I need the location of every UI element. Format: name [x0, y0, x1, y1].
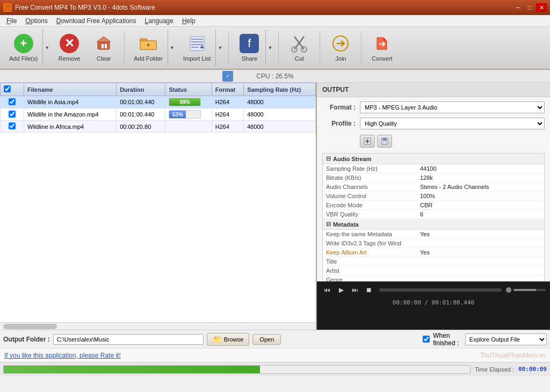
import-list-dropdown-arrow[interactable]: ▼ — [215, 30, 224, 66]
progress-fill-inner — [4, 366, 260, 373]
svg-rect-7 — [191, 41, 203, 42]
join-button[interactable]: Join — [324, 30, 357, 66]
prop-key-channels: Audio Channels — [326, 184, 420, 190]
header-status[interactable]: Status — [165, 83, 212, 96]
cut-button[interactable]: Cut — [283, 30, 315, 66]
format-select[interactable]: MP3 - MPEG Layer 3 Audio — [360, 101, 545, 113]
convert-icon — [372, 34, 392, 53]
player-step-back-button[interactable]: ⏮ — [321, 284, 333, 296]
menu-download[interactable]: Download Free Applications — [52, 16, 141, 26]
minimize-button[interactable]: ─ — [512, 3, 523, 12]
profile-label: Profile : — [322, 120, 360, 127]
header-sampling-rate[interactable]: Sampling Rate (Hz) — [244, 83, 316, 96]
player-stop-button[interactable]: ⏹ — [363, 284, 375, 296]
player-step-forward-button[interactable]: ⏭ — [349, 284, 361, 296]
horizontal-scrollbar[interactable] — [0, 322, 316, 330]
cpu-icon[interactable]: ✓ — [222, 71, 233, 82]
player-volume-bar[interactable] — [513, 289, 546, 291]
row-check-3[interactable] — [1, 121, 24, 133]
new-profile-button[interactable] — [360, 135, 375, 148]
separator-3 — [278, 32, 279, 64]
prop-row-album-art: Keep Album Art Yes — [323, 248, 544, 257]
output-header: OUTPUT — [317, 83, 550, 97]
player-time-display: 00:00:00 / 00:01:00.440 — [317, 298, 550, 308]
share-icon: f — [240, 34, 259, 53]
header-duration[interactable]: Duration — [117, 83, 165, 96]
profile-buttons-row — [322, 134, 545, 149]
row-check-2[interactable] — [1, 108, 24, 121]
maximize-button[interactable]: □ — [524, 3, 535, 12]
row-sampling-1: 48000 — [244, 96, 316, 108]
metadata-section-header: ⊟ Metadata — [323, 219, 544, 230]
remove-button[interactable]: ✕ Remove — [53, 30, 85, 66]
save-profile-button[interactable] — [377, 135, 392, 148]
menu-language[interactable]: Language — [141, 16, 178, 26]
profile-buttons — [360, 134, 392, 149]
prop-key-title: Title — [326, 258, 420, 265]
import-list-label: Import List — [183, 55, 211, 62]
share-dropdown-arrow[interactable]: ▼ — [265, 30, 274, 66]
prop-row-title: Title — [323, 257, 544, 266]
main-content: Filename Duration Status Format Sampling… — [0, 83, 550, 330]
row-filename-3: Wildline in Africa.mp4 — [24, 121, 117, 133]
svg-rect-2 — [105, 44, 107, 48]
add-files-button[interactable]: + Add File(s) — [4, 30, 42, 66]
row-status-2: 53% — [165, 108, 212, 121]
metadata-properties: Keep the same Metadata Yes Write ID3v2.3… — [323, 230, 544, 281]
video-player: ⏮ ▶ ⏭ ⏹ 00:00:00 / 00:01:00.440 — [317, 281, 550, 330]
share-button[interactable]: f Share — [233, 30, 265, 66]
import-list-button[interactable]: Import List — [178, 30, 215, 66]
player-progress-bar[interactable] — [379, 288, 502, 292]
import-list-icon — [187, 34, 207, 53]
table-row: Wildline in Africa.mp4 00:00:20.80 H264 … — [1, 121, 316, 133]
toolbar: + Add File(s) ▼ ✕ Remove Clear — [0, 27, 550, 70]
add-folder-dropdown-arrow[interactable]: ▼ — [168, 30, 176, 66]
browse-button[interactable]: 📁 Browse — [207, 333, 250, 346]
prop-val-channels: Stereo - 2 Audio Channels — [420, 184, 489, 190]
scroll-thumb[interactable] — [3, 324, 57, 329]
table-row: Wildlife in the Amazon.mp4 00:01:00.440 … — [1, 108, 316, 121]
add-folder-button[interactable]: + Add Folder — [129, 30, 168, 66]
clear-button[interactable]: Clear — [88, 30, 120, 66]
svg-rect-8 — [191, 44, 203, 45]
convert-button[interactable]: Convert — [366, 30, 398, 66]
prop-row-bitrate: Bitrate (KB/s) 128k — [323, 173, 544, 183]
svg-rect-20 — [382, 138, 387, 141]
remove-icon: ✕ — [60, 34, 79, 53]
prop-row-artist: Artist — [323, 266, 544, 275]
row-duration-1: 00:01:00.440 — [117, 96, 165, 108]
player-play-button[interactable]: ▶ — [335, 284, 347, 296]
close-button[interactable]: ✕ — [536, 3, 547, 12]
header-format[interactable]: Format — [212, 83, 243, 96]
file-table: Filename Duration Status Format Sampling… — [0, 83, 316, 133]
profile-select[interactable]: High Quality — [360, 118, 545, 129]
table-row: Wildlife in Asia.mp4 00:01:00.440 99% H2… — [1, 96, 316, 108]
rate-link[interactable]: If you like this application, please Rat… — [4, 352, 121, 359]
audio-stream-toggle[interactable]: ⊟ — [326, 155, 331, 162]
player-volume-fill — [513, 289, 536, 291]
when-finished-checkbox[interactable] — [423, 336, 430, 343]
menu-options[interactable]: Options — [21, 16, 52, 26]
prop-row-id3: Write ID3v2.3 Tags (for Wind — [323, 239, 544, 248]
header-filename[interactable]: Filename — [24, 83, 117, 96]
menu-file[interactable]: File — [2, 16, 21, 26]
join-label: Join — [335, 55, 346, 62]
prop-key-encode: Encode Mode — [326, 202, 420, 208]
when-finished-select[interactable]: Explore Output File — [465, 333, 547, 345]
header-checkbox-cell[interactable] — [1, 83, 24, 96]
menu-help[interactable]: Help — [178, 16, 200, 26]
row-check-1[interactable] — [1, 96, 24, 108]
format-row: Format : MP3 - MPEG Layer 3 Audio — [322, 101, 545, 113]
open-button[interactable]: Open — [252, 334, 281, 345]
prop-key-sampling: Sampling Rate (Hz) — [326, 165, 420, 172]
prop-key-id3: Write ID3v2.3 Tags (for Wind — [326, 240, 420, 246]
share-label: Share — [242, 55, 257, 62]
when-finished-label: When finished : — [433, 332, 462, 347]
prop-key-same-metadata: Keep the same Metadata — [326, 231, 420, 237]
select-all-checkbox[interactable] — [4, 85, 11, 92]
metadata-toggle[interactable]: ⊟ — [326, 221, 331, 228]
output-folder-input[interactable] — [53, 334, 204, 345]
row-filename-1: Wildlife in Asia.mp4 — [24, 96, 117, 108]
add-files-dropdown-arrow[interactable]: ▼ — [42, 30, 51, 66]
row-filename-2: Wildlife in the Amazon.mp4 — [24, 108, 117, 121]
